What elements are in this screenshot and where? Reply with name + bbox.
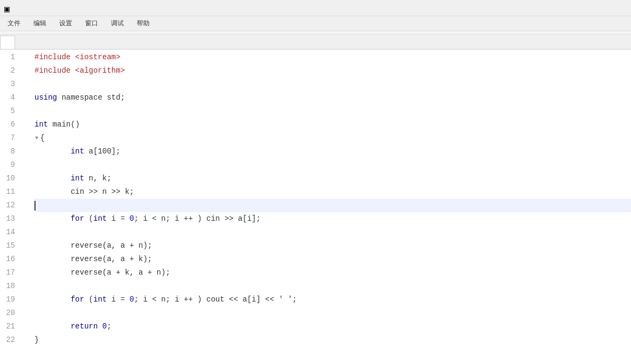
code-line: cin >> n >> k;: [34, 185, 631, 199]
menu-edit[interactable]: 编辑: [28, 17, 52, 30]
code-line: [34, 226, 631, 239]
line-number: 20: [0, 306, 22, 320]
menu-debug[interactable]: 调试: [106, 17, 129, 30]
code-line: int a[100];: [34, 145, 631, 158]
code-line: #include <algorithm>: [34, 64, 631, 78]
code-line: reverse(a, a + n);: [34, 239, 631, 253]
code-line: int main(): [34, 118, 631, 131]
code-line: [34, 104, 631, 118]
menu-help[interactable]: 帮助: [131, 17, 155, 30]
line-number: 22: [0, 333, 22, 347]
line-number: 10: [0, 172, 22, 185]
code-content[interactable]: #include <iostream>#include <algorithm>u…: [28, 50, 631, 364]
editor-area[interactable]: 12345678910111213141516171819202122 #inc…: [0, 50, 631, 364]
code-line: [34, 158, 631, 172]
tab-main[interactable]: [0, 36, 15, 49]
title-bar: ▣: [0, 0, 631, 16]
line-number: 15: [0, 239, 22, 253]
menu-bar: 文件 编辑 设置 窗口 调试 帮助: [0, 16, 631, 31]
line-number: 1: [0, 51, 22, 64]
code-line: ▾{: [34, 131, 631, 145]
tab-bar: [0, 34, 631, 50]
line-number: 13: [0, 212, 22, 226]
code-line: [34, 279, 631, 293]
code-line: [34, 78, 631, 91]
code-line: return 0;: [34, 320, 631, 333]
app-icon: ▣: [4, 4, 13, 12]
close-button[interactable]: [602, 0, 627, 16]
code-line: [34, 199, 631, 212]
menu-file[interactable]: 文件: [2, 17, 26, 30]
line-number: 19: [0, 293, 22, 306]
menu-settings[interactable]: 设置: [54, 17, 78, 30]
code-line: #include <iostream>: [34, 51, 631, 64]
line-numbers: 12345678910111213141516171819202122: [0, 50, 28, 364]
code-line: }: [34, 333, 631, 347]
line-number: 4: [0, 91, 22, 104]
code-line: reverse(a + k, a + n);: [34, 266, 631, 279]
code-line: reverse(a, a + k);: [34, 253, 631, 266]
title-bar-controls: [552, 0, 627, 16]
line-number: 3: [0, 78, 22, 91]
line-number: 6: [0, 118, 22, 131]
line-number: 7: [0, 131, 22, 145]
line-number: 2: [0, 64, 22, 78]
line-number: 11: [0, 185, 22, 199]
line-number: 9: [0, 158, 22, 172]
line-number: 21: [0, 320, 22, 333]
line-number: 8: [0, 145, 22, 158]
line-number: 14: [0, 226, 22, 239]
menu-window[interactable]: 窗口: [80, 17, 103, 30]
code-line: [34, 306, 631, 320]
maximize-button[interactable]: [577, 0, 602, 16]
line-number: 12: [0, 199, 22, 212]
code-line: using namespace std;: [34, 91, 631, 104]
line-number: 18: [0, 279, 22, 293]
minimize-button[interactable]: [552, 0, 577, 16]
line-number: 5: [0, 104, 22, 118]
code-line: for (int i = 0; i < n; i ++ ) cout << a[…: [34, 293, 631, 306]
code-line: for (int i = 0; i < n; i ++ ) cin >> a[i…: [34, 212, 631, 226]
title-bar-left: ▣: [4, 4, 16, 12]
line-number: 16: [0, 253, 22, 266]
code-line: int n, k;: [34, 172, 631, 185]
line-number: 17: [0, 266, 22, 279]
